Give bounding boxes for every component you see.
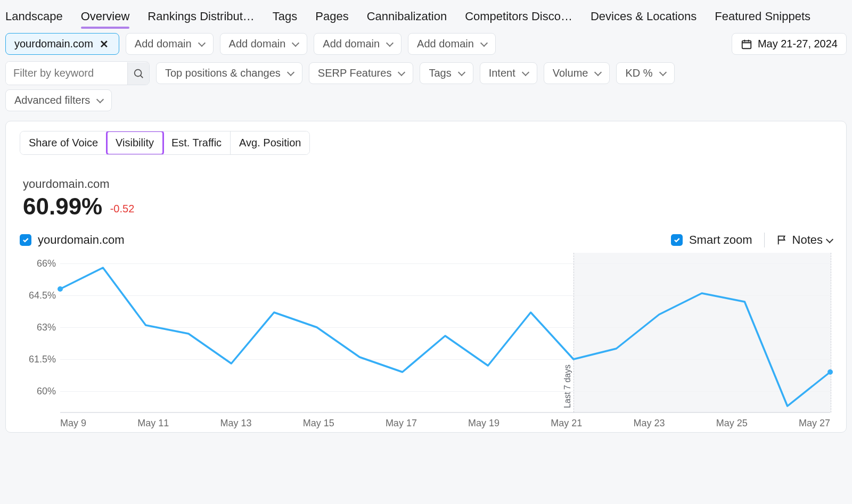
tab-tags[interactable]: Tags [273, 10, 297, 23]
filters-row-2: Advanced filters [0, 89, 852, 115]
x-tick-label: May 17 [386, 418, 417, 429]
x-tick-label: May 9 [60, 418, 86, 429]
chevron-down-icon [287, 69, 294, 76]
notes-toggle[interactable]: Notes [776, 233, 832, 247]
tab-landscape[interactable]: Landscape [5, 10, 63, 23]
y-tick-label: 61.5% [21, 354, 56, 365]
kpi-domain: yourdomain.com [23, 177, 832, 191]
x-tick-label: May 21 [551, 418, 582, 429]
chevron-down-icon [522, 69, 529, 76]
tab-competitors[interactable]: Competitors Disco… [465, 10, 572, 23]
filter-serp-features[interactable]: SERP Features [309, 62, 414, 84]
x-axis-labels: May 9May 11May 13May 15May 17May 19May 2… [60, 418, 830, 429]
tab-devices[interactable]: Devices & Locations [591, 10, 697, 23]
add-domain-1[interactable]: Add domain [126, 33, 214, 55]
tab-featured[interactable]: Featured Snippets [715, 10, 810, 23]
x-tick-label: May 25 [716, 418, 748, 429]
keyword-filter-search[interactable] [127, 62, 149, 85]
metric-tabs: Share of Voice Visibility Est. Traffic A… [20, 131, 310, 155]
smart-zoom-label: Smart zoom [689, 233, 752, 247]
flag-icon [776, 234, 788, 246]
legend-row: yourdomain.com Smart zoom Notes [20, 233, 832, 247]
svg-point-2 [58, 286, 63, 292]
filters-row: Top positions & changes SERP Features Ta… [0, 59, 852, 89]
chevron-down-icon [458, 69, 465, 76]
main-tabs: Landscape Overview Rankings Distribut… T… [0, 0, 852, 29]
chevron-down-icon [198, 39, 206, 47]
smart-zoom-checkbox[interactable] [671, 234, 683, 246]
x-tick-label: May 13 [220, 418, 251, 429]
filter-top-positions[interactable]: Top positions & changes [156, 62, 302, 84]
x-tick-label: May 19 [468, 418, 499, 429]
domain-row: yourdomain.com ✕ Add domain Add domain A… [0, 29, 852, 59]
metric-tab-visibility[interactable]: Visibility [107, 131, 163, 154]
chevron-down-icon [659, 69, 666, 76]
chevron-down-icon [398, 69, 405, 76]
chart-panel: Share of Voice Visibility Est. Traffic A… [5, 121, 847, 433]
keyword-filter[interactable] [5, 61, 150, 85]
series-toggle-checkbox[interactable] [20, 234, 31, 246]
svg-point-1 [135, 69, 142, 76]
y-tick-label: 64.5% [21, 290, 56, 301]
date-range-picker[interactable]: May 21-27, 2024 [732, 33, 847, 55]
y-tick-label: 66% [21, 258, 56, 269]
line-plot [60, 253, 830, 412]
y-tick-label: 60% [21, 386, 56, 397]
search-icon [133, 68, 144, 79]
add-domain-4[interactable]: Add domain [408, 33, 496, 55]
visibility-chart: 66%64.5%63%61.5%60% Last 7 days [60, 253, 830, 412]
separator [764, 233, 765, 247]
x-tick-label: May 15 [303, 418, 334, 429]
tab-cannibalization[interactable]: Cannibalization [367, 10, 447, 23]
filter-advanced[interactable]: Advanced filters [5, 89, 112, 111]
tab-rankings[interactable]: Rankings Distribut… [148, 10, 255, 23]
y-tick-label: 63% [21, 322, 56, 333]
date-range-label: May 21-27, 2024 [758, 38, 838, 50]
notes-label: Notes [792, 233, 823, 247]
tab-pages[interactable]: Pages [315, 10, 348, 23]
chevron-down-icon [826, 235, 833, 243]
add-domain-2[interactable]: Add domain [220, 33, 308, 55]
domain-chip-close[interactable]: ✕ [99, 38, 110, 50]
x-tick-label: May 11 [137, 418, 169, 429]
domain-chip[interactable]: yourdomain.com ✕ [5, 33, 119, 55]
filter-intent[interactable]: Intent [480, 62, 537, 84]
chevron-down-icon [292, 39, 299, 47]
filter-tags[interactable]: Tags [420, 62, 473, 84]
x-tick-label: May 23 [634, 418, 665, 429]
chevron-down-icon [594, 69, 602, 76]
svg-point-3 [828, 369, 833, 375]
keyword-filter-input[interactable] [6, 62, 122, 85]
filter-kd[interactable]: KD % [616, 62, 674, 84]
series-legend-label: yourdomain.com [38, 233, 125, 247]
chevron-down-icon [480, 39, 488, 47]
add-domain-3[interactable]: Add domain [314, 33, 402, 55]
kpi-block: yourdomain.com 60.99% -0.52 [23, 177, 832, 220]
metric-tab-traffic[interactable]: Est. Traffic [163, 131, 231, 154]
chevron-down-icon [96, 96, 104, 103]
calendar-icon [741, 38, 752, 50]
chevron-down-icon [386, 39, 394, 47]
domain-chip-label: yourdomain.com [14, 38, 93, 50]
tab-overview[interactable]: Overview [81, 10, 130, 23]
kpi-delta: -0.52 [110, 203, 135, 214]
filter-volume[interactable]: Volume [544, 62, 610, 84]
metric-tab-avg[interactable]: Avg. Position [231, 131, 309, 154]
metric-tab-sov[interactable]: Share of Voice [20, 131, 107, 154]
svg-rect-0 [742, 40, 751, 48]
x-tick-label: May 27 [799, 418, 830, 429]
kpi-value: 60.99% [23, 193, 102, 220]
